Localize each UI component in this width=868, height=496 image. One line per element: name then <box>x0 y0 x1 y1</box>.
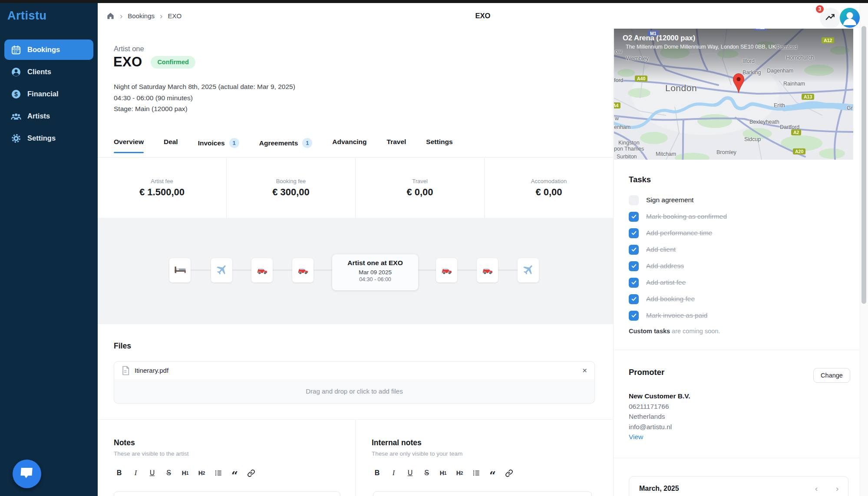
breadcrumb-current[interactable]: EXO <box>168 12 182 20</box>
list-icon[interactable] <box>213 467 224 479</box>
timeline-item-drive[interactable] <box>477 258 498 282</box>
task-add-address[interactable]: Add address <box>629 261 727 271</box>
notes-section: Notes These are visible to the artist B … <box>98 419 355 496</box>
itinerary-timeline: Artist one at EXO Mar 09 2025 04:30 - 06… <box>98 218 613 324</box>
timeline-item-hotel[interactable] <box>169 258 191 282</box>
map-label: Surbiton <box>617 154 637 160</box>
checkbox-checked[interactable] <box>629 228 639 238</box>
underline-button[interactable]: U <box>405 467 416 479</box>
internal-notes-textarea[interactable] <box>373 491 592 496</box>
italic-button[interactable]: I <box>130 467 141 479</box>
timeline-event-card[interactable]: Artist one at EXO Mar 09 2025 04:30 - 06… <box>332 254 418 290</box>
promoter-view-link[interactable]: View <box>629 432 690 442</box>
bold-button[interactable]: B <box>372 467 383 479</box>
checkbox-checked[interactable] <box>629 245 639 255</box>
page-title: EXO <box>475 3 491 28</box>
task-add-artist-fee[interactable]: Add artist fee <box>629 277 727 288</box>
bold-button[interactable]: B <box>114 467 125 479</box>
calendar-prev-icon[interactable]: ‹ <box>815 484 818 493</box>
map-label: Wembley <box>626 56 649 62</box>
app-screen: Artistu Bookings Clients $ Financial <box>0 0 868 496</box>
change-promoter-button[interactable]: Change <box>813 368 850 383</box>
road-badge: A12 <box>822 37 834 43</box>
map-marker-icon[interactable] <box>732 72 745 96</box>
task-mark-invoice-paid[interactable]: Mark invoice as paid <box>629 310 727 321</box>
h1-button[interactable]: H1 <box>438 467 449 479</box>
home-icon[interactable] <box>106 12 115 20</box>
timeline-item-drive[interactable] <box>292 258 314 282</box>
notes-textarea[interactable] <box>114 491 340 496</box>
sidebar: Artistu Bookings Clients $ Financial <box>0 3 98 496</box>
sidebar-item-financial[interactable]: $ Financial <box>4 84 93 104</box>
map-label: Barking <box>743 69 761 76</box>
tab-bar: Overview Deal Invoices1 Agreements1 Adva… <box>98 136 613 158</box>
strikethrough-button[interactable]: S <box>421 467 432 479</box>
scrollbar-thumb[interactable] <box>861 26 866 304</box>
underline-button[interactable]: U <box>147 467 158 479</box>
h2-button[interactable]: H2 <box>196 467 207 479</box>
road-badge: A4 <box>614 102 620 108</box>
breadcrumb-bookings[interactable]: Bookings <box>128 12 155 20</box>
calendar-next-icon[interactable]: › <box>836 484 838 493</box>
files-heading: Files <box>114 342 131 351</box>
stat-travel: Travel € 0,00 <box>356 158 485 218</box>
tab-settings[interactable]: Settings <box>426 136 452 153</box>
panel-divider <box>614 458 860 458</box>
file-row[interactable]: Itinerary.pdf × <box>114 361 595 380</box>
venue-map[interactable]: ow Wembley ford London Ilford Romford Ho… <box>614 29 853 160</box>
file-dropzone[interactable]: Drag and drop or click to add files <box>114 379 595 404</box>
airplane-icon <box>215 263 228 278</box>
tab-agreements[interactable]: Agreements1 <box>259 136 313 155</box>
map-label: w <box>615 115 619 122</box>
sidebar-item-settings[interactable]: Settings <box>4 128 93 148</box>
tab-travel[interactable]: Travel <box>387 136 406 153</box>
blockquote-icon[interactable]: “ <box>487 464 498 482</box>
sidebar-item-clients[interactable]: Clients <box>4 62 93 82</box>
person-icon <box>10 66 22 78</box>
chat-button[interactable] <box>13 460 41 488</box>
map-label: Bromley <box>716 149 736 155</box>
task-sign-agreement[interactable]: Sign agreement <box>629 195 727 205</box>
road-badge: A2 <box>791 129 801 135</box>
checkbox-checked[interactable] <box>629 294 639 304</box>
checkbox-checked[interactable] <box>629 212 639 222</box>
avatar[interactable] <box>840 8 860 28</box>
task-add-booking-fee[interactable]: Add booking fee <box>629 294 727 304</box>
tab-advancing[interactable]: Advancing <box>332 136 366 153</box>
stat-artist-fee: Artist fee € 1.500,00 <box>98 158 227 218</box>
blockquote-icon[interactable]: “ <box>229 464 240 482</box>
italic-button[interactable]: I <box>388 467 399 479</box>
venue-info: O2 Arena (12000 pax) The Millennium Dome… <box>623 34 776 50</box>
tab-deal[interactable]: Deal <box>164 136 178 153</box>
promoter-name: New Customer B.V. <box>629 391 690 401</box>
booking-stage-line: Stage: Main (12000 pax) <box>114 103 295 115</box>
tab-invoices[interactable]: Invoices1 <box>198 136 239 155</box>
custom-tasks-note: Custom tasks are coming soon. <box>629 328 720 335</box>
task-mark-booking-confirmed[interactable]: Mark booking as confirmed <box>629 211 727 222</box>
sidebar-item-bookings[interactable]: Bookings <box>4 39 93 60</box>
link-icon[interactable] <box>246 467 257 479</box>
timeline-item-drive[interactable] <box>436 258 457 282</box>
list-icon[interactable] <box>471 467 482 479</box>
airplane-icon <box>522 263 535 278</box>
remove-file-icon[interactable]: × <box>582 366 587 374</box>
task-add-client[interactable]: Add client <box>629 244 727 255</box>
task-add-performance-time[interactable]: Add performance time <box>629 228 727 238</box>
h1-button[interactable]: H1 <box>180 467 191 479</box>
checkbox-checked[interactable] <box>629 311 639 321</box>
tab-overview[interactable]: Overview <box>114 136 144 153</box>
timeline-item-drive[interactable] <box>251 258 273 282</box>
app-logo[interactable]: Artistu <box>7 9 47 23</box>
timeline-item-flight-return[interactable] <box>518 258 539 282</box>
booking-date-line: Night of Saturday March 8th, 2025 (actua… <box>114 81 295 92</box>
timeline-item-flight-out[interactable] <box>211 258 232 282</box>
checkbox-checked[interactable] <box>629 278 639 288</box>
strikethrough-button[interactable]: S <box>163 467 174 479</box>
checkbox-checked[interactable] <box>629 261 639 271</box>
sidebar-item-artists[interactable]: Artists <box>4 106 93 126</box>
checkbox-unchecked[interactable] <box>629 195 639 205</box>
car-icon <box>440 263 453 278</box>
link-icon[interactable] <box>504 467 515 479</box>
h2-button[interactable]: H2 <box>454 467 465 479</box>
sidebar-item-label: Financial <box>27 90 59 98</box>
